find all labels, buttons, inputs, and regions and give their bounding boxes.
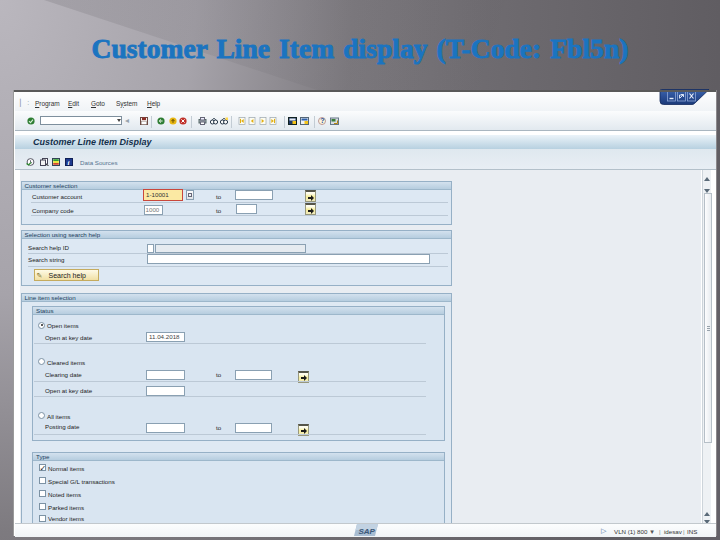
svg-text:SAP: SAP — [359, 527, 376, 536]
svg-text:?: ? — [320, 117, 324, 124]
svg-text:i: i — [67, 159, 69, 166]
